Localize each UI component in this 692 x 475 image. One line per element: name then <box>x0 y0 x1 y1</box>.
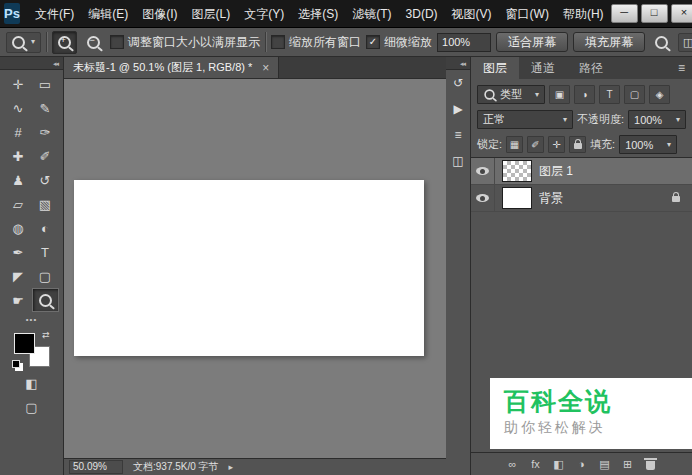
fit-screen-button[interactable]: 适合屏幕 <box>496 32 568 52</box>
search-icon <box>655 36 668 49</box>
fill-select[interactable]: 100% ▾ <box>619 135 677 154</box>
collapse-tools-button[interactable]: ◂◂ <box>0 57 63 70</box>
close-button[interactable]: × <box>671 4 692 23</box>
history-brush-tool[interactable]: ↺ <box>32 168 59 192</box>
opacity-select[interactable]: 100% ▾ <box>628 110 686 129</box>
new-adjustment-layer-icon[interactable]: ◑ <box>576 458 588 470</box>
delete-layer-icon[interactable] <box>645 458 657 470</box>
menu-window[interactable]: 窗口(W) <box>499 0 556 28</box>
layer-style-icon[interactable]: fx <box>530 458 542 470</box>
panel-menu-icon[interactable]: ≡ <box>671 57 692 79</box>
zoom-in-button[interactable]: + <box>52 31 77 54</box>
zoom-tool[interactable] <box>32 288 59 312</box>
search-button[interactable] <box>650 32 673 53</box>
foreground-color-swatch[interactable] <box>14 333 35 354</box>
close-tab-icon[interactable]: × <box>262 62 269 74</box>
hand-tool[interactable]: ☛ <box>5 288 32 312</box>
layer-row-layer-1[interactable]: 图层 1 <box>471 158 692 185</box>
canvas-area[interactable] <box>64 79 446 458</box>
menu-select[interactable]: 选择(S) <box>291 0 345 28</box>
screen-mode-button[interactable]: ▢ <box>18 395 45 419</box>
menu-help[interactable]: 帮助(H) <box>556 0 611 28</box>
move-tool[interactable]: ✛ <box>5 72 32 96</box>
type-tool[interactable]: T <box>32 240 59 264</box>
layer-thumbnail[interactable] <box>502 160 532 182</box>
document-window: 未标题-1 @ 50.1% (图层 1, RGB/8) * × 50.09% 文… <box>64 57 446 475</box>
filter-pixel-layers-icon[interactable]: ▣ <box>549 85 570 104</box>
swap-colors-icon[interactable]: ⇄ <box>42 330 50 340</box>
crop-tool[interactable]: # <box>5 120 32 144</box>
status-menu-arrow[interactable]: ▸ <box>229 462 234 472</box>
info-panel-icon[interactable]: ◫ <box>448 151 469 171</box>
actions-panel-icon[interactable]: ▶ <box>448 99 469 119</box>
checkbox-icon <box>110 35 124 49</box>
zoom-all-windows-checkbox[interactable]: 缩放所有窗口 <box>271 34 361 51</box>
brush-tool[interactable]: ✐ <box>32 144 59 168</box>
layer-thumbnail[interactable] <box>502 187 532 209</box>
zoom-tool-icon <box>39 294 52 307</box>
visibility-toggle[interactable] <box>471 158 495 184</box>
properties-panel-icon[interactable]: ≡ <box>448 125 469 145</box>
link-layers-icon[interactable]: ∞ <box>507 458 519 470</box>
tab-layers[interactable]: 图层 <box>471 57 519 79</box>
more-tools-dots[interactable]: ••• <box>26 315 37 324</box>
history-panel-icon[interactable]: ↺ <box>448 73 469 93</box>
blur-tool[interactable]: ◍ <box>5 216 32 240</box>
filter-adjustment-layers-icon[interactable]: ◑ <box>574 85 595 104</box>
gradient-tool[interactable]: ▧ <box>32 192 59 216</box>
workspace-switcher[interactable]: ◫ ▾ <box>678 33 692 52</box>
add-layer-mask-icon[interactable]: ◧ <box>553 458 565 471</box>
lock-transparent-pixels-icon[interactable]: ▦ <box>506 136 523 153</box>
path-selection-tool[interactable]: ◤ <box>5 264 32 288</box>
dodge-tool[interactable]: ◐ <box>32 216 59 240</box>
tab-channels[interactable]: 通道 <box>519 57 567 79</box>
shape-tool[interactable]: ▢ <box>32 264 59 288</box>
zoom-tool-preset[interactable]: ▾ <box>6 32 41 53</box>
visibility-toggle[interactable] <box>471 185 495 211</box>
lock-position-icon[interactable]: ✛ <box>548 136 565 153</box>
filter-kind-select[interactable]: 类型 ▾ <box>477 85 545 104</box>
zoom-level-input[interactable] <box>437 33 491 52</box>
eyedropper-tool[interactable]: ✑ <box>32 120 59 144</box>
quick-selection-tool[interactable]: ✎ <box>32 96 59 120</box>
marquee-tool[interactable]: ▭ <box>32 72 59 96</box>
filter-shape-layers-icon[interactable]: ▢ <box>624 85 645 104</box>
menu-layer[interactable]: 图层(L) <box>185 0 238 28</box>
lock-image-pixels-icon[interactable]: ✐ <box>527 136 544 153</box>
filter-smart-objects-icon[interactable]: ◈ <box>649 85 670 104</box>
menu-3d[interactable]: 3D(D) <box>399 0 445 28</box>
options-separator <box>46 32 47 52</box>
blend-mode-select[interactable]: 正常 ▾ <box>477 110 573 129</box>
default-colors-icon[interactable] <box>12 360 20 368</box>
pen-tool[interactable]: ✒ <box>5 240 32 264</box>
scrubby-zoom-checkbox[interactable]: ✓ 细微缩放 <box>366 34 432 51</box>
workspace-icon: ◫ <box>683 36 692 49</box>
menu-type[interactable]: 文字(Y) <box>237 0 291 28</box>
menu-view[interactable]: 视图(V) <box>445 0 499 28</box>
status-zoom-field[interactable]: 50.09% <box>69 460 123 474</box>
document-tab[interactable]: 未标题-1 @ 50.1% (图层 1, RGB/8) * × <box>64 57 279 78</box>
lock-all-icon[interactable] <box>569 136 586 153</box>
expand-panels-button[interactable]: ◂◂ <box>446 57 470 70</box>
zoom-out-button[interactable]: − <box>82 32 105 53</box>
new-layer-icon[interactable]: ⊞ <box>622 458 634 471</box>
eraser-tool[interactable]: ▱ <box>5 192 32 216</box>
filter-type-layers-icon[interactable]: T <box>599 85 620 104</box>
menu-filter[interactable]: 滤镜(T) <box>345 0 398 28</box>
options-separator <box>265 32 266 52</box>
fill-screen-button[interactable]: 填充屏幕 <box>573 32 645 52</box>
resize-window-checkbox[interactable]: 调整窗口大小以满屏显示 <box>110 34 260 51</box>
new-group-icon[interactable]: ▤ <box>599 458 611 471</box>
minimize-button[interactable]: ─ <box>611 4 638 23</box>
tab-paths[interactable]: 路径 <box>567 57 615 79</box>
healing-brush-tool[interactable]: ✚ <box>5 144 32 168</box>
clone-stamp-tool[interactable]: ♟ <box>5 168 32 192</box>
menu-edit[interactable]: 编辑(E) <box>81 0 135 28</box>
layer-row-background[interactable]: 背景 <box>471 185 692 212</box>
maximize-button[interactable]: □ <box>641 4 668 23</box>
menu-file[interactable]: 文件(F) <box>28 0 81 28</box>
canvas[interactable] <box>74 180 424 356</box>
quick-mask-button[interactable]: ◧ <box>18 371 45 395</box>
menu-image[interactable]: 图像(I) <box>135 0 184 28</box>
lasso-tool[interactable]: ∿ <box>5 96 32 120</box>
